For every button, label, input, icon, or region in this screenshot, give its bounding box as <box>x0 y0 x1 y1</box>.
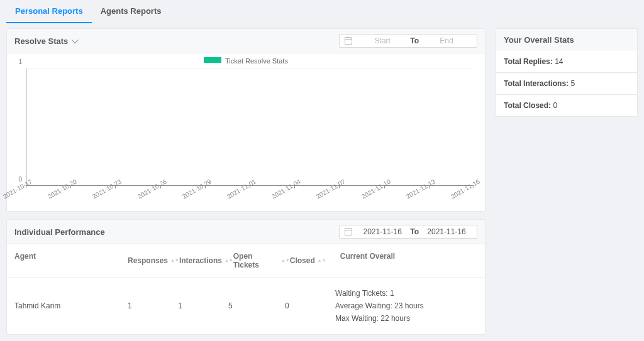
resolve-stats-card: Resolve Stats To Ticket Resolve Stats 01… <box>6 28 486 212</box>
col-header-responses[interactable]: Responses▲▼ <box>128 252 179 269</box>
cell-responses: 1 <box>128 301 178 310</box>
cell-current-overall: Waiting Tickets: 1 Average Waiting: 23 h… <box>335 289 477 323</box>
col-header-interactions[interactable]: Interactions▲▼ <box>179 252 233 269</box>
cell-interactions: 1 <box>178 301 228 310</box>
stat-label: Total Interactions: <box>504 79 569 88</box>
y-tick-label: 1 <box>18 58 22 65</box>
stat-row-closed: Total Closed: 0 <box>496 95 638 117</box>
legend-swatch-icon <box>204 57 221 63</box>
legend-label: Ticket Resolve Stats <box>225 57 288 65</box>
chart-legend: Ticket Resolve Stats <box>13 57 479 65</box>
sort-icon: ▲▼ <box>318 259 326 262</box>
plot-area <box>26 68 474 186</box>
date-separator: To <box>410 227 419 236</box>
sort-icon: ▲▼ <box>281 259 290 262</box>
stat-label: Total Replies: <box>504 57 553 66</box>
chevron-down-icon <box>72 36 79 43</box>
table-row: Tahmid Karim 1 1 5 0 Waiting Tickets: 1 … <box>7 278 485 334</box>
table-header-row: Agent Responses▲▼ Interactions▲▼ Open Ti… <box>7 244 485 278</box>
tab-agents-reports[interactable]: Agents Reports <box>92 0 170 23</box>
report-tabs: Personal Reports Agents Reports <box>0 0 644 23</box>
resolve-date-range-picker[interactable]: To <box>339 34 477 48</box>
col-header-open-tickets[interactable]: Open Tickets▲▼ <box>233 252 290 269</box>
individual-performance-card: Individual Performance To Agent Response… <box>6 219 486 335</box>
individual-date-end-input[interactable] <box>421 227 472 236</box>
stat-row-interactions: Total Interactions: 5 <box>496 73 638 95</box>
individual-date-range-picker[interactable]: To <box>339 225 477 239</box>
col-header-agent[interactable]: Agent <box>14 252 128 269</box>
col-header-closed[interactable]: Closed▲▼ <box>290 252 340 269</box>
overall-stats-panel: Your Overall Stats Total Replies: 14 Tot… <box>496 28 638 341</box>
y-tick-label: 0 <box>18 176 22 183</box>
cell-open-tickets: 5 <box>228 301 285 310</box>
cell-closed: 0 <box>285 301 335 310</box>
overall-max-waiting: Max Waiting: 22 hours <box>335 314 477 323</box>
resolve-stats-title: Resolve Stats <box>14 36 68 46</box>
resolve-chart: Ticket Resolve Stats 012021-10-172021-10… <box>7 53 485 211</box>
sort-icon: ▲▼ <box>170 259 179 262</box>
stat-value: 0 <box>553 101 557 110</box>
resolve-stats-toggle[interactable]: Resolve Stats <box>14 36 77 46</box>
calendar-icon <box>345 37 352 45</box>
col-header-current-overall[interactable]: Current Overall <box>340 252 477 269</box>
individual-date-start-input[interactable] <box>357 227 408 236</box>
stat-row-replies: Total Replies: 14 <box>496 51 638 73</box>
resolve-date-start-input[interactable] <box>357 36 408 45</box>
sort-icon: ▲▼ <box>225 259 233 262</box>
cell-agent: Tahmid Karim <box>14 301 128 310</box>
date-separator: To <box>410 36 419 45</box>
stat-value: 14 <box>555 57 563 66</box>
tab-personal-reports[interactable]: Personal Reports <box>6 0 92 23</box>
overall-avg-waiting: Average Waiting: 23 hours <box>335 301 477 310</box>
overall-waiting-tickets: Waiting Tickets: 1 <box>335 289 477 298</box>
stat-value: 5 <box>570 79 575 88</box>
overall-stats-title: Your Overall Stats <box>496 28 638 51</box>
calendar-icon <box>345 228 352 235</box>
individual-performance-title: Individual Performance <box>14 227 105 237</box>
resolve-date-end-input[interactable] <box>421 36 472 45</box>
stat-label: Total Closed: <box>504 101 551 110</box>
